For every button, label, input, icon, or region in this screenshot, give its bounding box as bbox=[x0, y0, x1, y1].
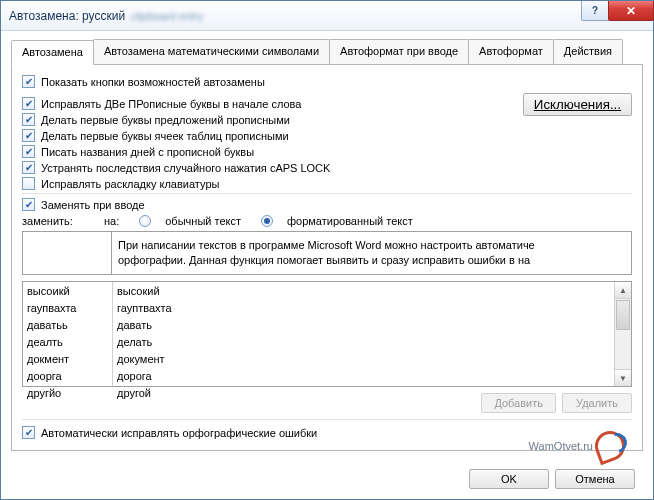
tab-autoformat-typing[interactable]: Автоформат при вводе bbox=[329, 39, 469, 64]
label-show-options: Показать кнопки возможностей автозамены bbox=[41, 76, 265, 88]
table-row[interactable]: другйо bbox=[23, 384, 112, 401]
window-title: Автозамена: русский bbox=[9, 9, 125, 23]
table-scrollbar[interactable]: ▲ ▼ bbox=[614, 282, 631, 386]
table-row[interactable]: документ bbox=[113, 350, 614, 367]
checkbox-show-options[interactable] bbox=[22, 75, 35, 88]
table-row[interactable]: даватьь bbox=[23, 316, 112, 333]
checkbox-replace-on-type[interactable] bbox=[22, 198, 35, 211]
label-sentence-caps: Делать первые буквы предложений прописны… bbox=[41, 114, 290, 126]
table-row[interactable]: доорга bbox=[23, 367, 112, 384]
label-replace-on-type: Заменять при вводе bbox=[41, 199, 145, 211]
title-blurred: clipboard entry bbox=[131, 10, 203, 22]
delete-button[interactable]: Удалить bbox=[562, 393, 632, 413]
titlebar: Автозамена: русский clipboard entry ? ✕ bbox=[1, 1, 653, 31]
checkbox-table-caps[interactable] bbox=[22, 129, 35, 142]
on-label: на: bbox=[104, 215, 119, 227]
label-two-caps: Исправлять ДВе ПРописные буквы в начале … bbox=[41, 98, 301, 110]
help-button[interactable]: ? bbox=[581, 1, 609, 21]
tab-panel: Показать кнопки возможностей автозамены … bbox=[11, 65, 643, 451]
tab-autoformat[interactable]: Автоформат bbox=[468, 39, 554, 64]
checkbox-keyboard-layout[interactable] bbox=[22, 177, 35, 190]
table-row[interactable]: высокий bbox=[113, 282, 614, 299]
table-row[interactable]: делать bbox=[113, 333, 614, 350]
replace-input[interactable] bbox=[22, 231, 112, 275]
table-row[interactable]: докмент bbox=[23, 350, 112, 367]
tab-autocorrect[interactable]: Автозамена bbox=[11, 40, 94, 65]
with-preview: При написании текстов в программе Micros… bbox=[112, 231, 632, 275]
table-row[interactable]: деалть bbox=[23, 333, 112, 350]
tab-actions[interactable]: Действия bbox=[553, 39, 623, 64]
table-row[interactable]: дорога bbox=[113, 367, 614, 384]
label-auto-spell: Автоматически исправлять орфографические… bbox=[41, 427, 317, 439]
exceptions-button[interactable]: Исключения... bbox=[523, 93, 632, 116]
table-row[interactable]: гауптвахта bbox=[113, 299, 614, 316]
watermark: WamOtvet.ru bbox=[529, 431, 625, 461]
logo-icon bbox=[595, 431, 625, 461]
ok-button[interactable]: OK bbox=[469, 469, 549, 489]
table-row[interactable]: гаупвахта bbox=[23, 299, 112, 316]
tab-math-autocorrect[interactable]: Автозамена математическими символами bbox=[93, 39, 330, 64]
checkbox-two-caps[interactable] bbox=[22, 97, 35, 110]
replacements-table[interactable]: высоикйгаупвахтадаватььдеалтьдокментдоор… bbox=[22, 281, 632, 387]
replace-label: заменить: bbox=[22, 215, 94, 227]
table-row[interactable]: высоикй bbox=[23, 282, 112, 299]
add-button[interactable]: Добавить bbox=[481, 393, 556, 413]
scroll-down-icon[interactable]: ▼ bbox=[615, 369, 631, 386]
label-keyboard-layout: Исправлять раскладку клавиатуры bbox=[41, 178, 219, 190]
radio-plain-text[interactable] bbox=[139, 215, 151, 227]
scroll-thumb[interactable] bbox=[616, 300, 630, 330]
scroll-up-icon[interactable]: ▲ bbox=[615, 282, 631, 299]
label-table-caps: Делать первые буквы ячеек таблиц прописн… bbox=[41, 130, 289, 142]
label-formatted-text: форматированный текст bbox=[287, 215, 413, 227]
radio-formatted-text[interactable] bbox=[261, 215, 273, 227]
checkbox-sentence-caps[interactable] bbox=[22, 113, 35, 126]
cancel-button[interactable]: Отмена bbox=[555, 469, 635, 489]
close-button[interactable]: ✕ bbox=[608, 1, 654, 21]
tabs: Автозамена Автозамена математическими си… bbox=[11, 39, 643, 65]
checkbox-auto-spell[interactable] bbox=[22, 426, 35, 439]
checkbox-day-names[interactable] bbox=[22, 145, 35, 158]
table-row[interactable]: давать bbox=[113, 316, 614, 333]
label-plain-text: обычный текст bbox=[165, 215, 241, 227]
checkbox-caps-lock[interactable] bbox=[22, 161, 35, 174]
label-day-names: Писать названия дней с прописной буквы bbox=[41, 146, 254, 158]
label-caps-lock: Устранять последствия случайного нажатия… bbox=[41, 162, 330, 174]
